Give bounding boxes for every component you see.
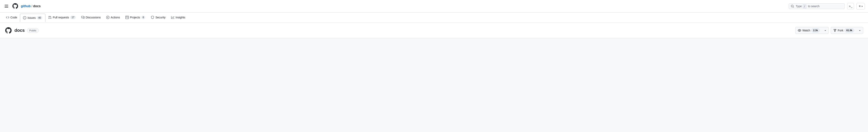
tab-actions[interactable]: Actions	[103, 14, 123, 21]
chevron-down-icon	[824, 29, 827, 32]
tab-actions-label: Actions	[111, 16, 120, 19]
breadcrumb-separator: /	[31, 4, 32, 8]
menu-button[interactable]	[3, 3, 10, 9]
terminal-icon: >_	[849, 5, 852, 8]
tab-insights[interactable]: Insights	[168, 14, 188, 21]
watch-dropdown-button[interactable]	[822, 27, 829, 34]
hamburger-line-3	[5, 7, 8, 8]
new-menu-button[interactable]: + ▾	[857, 3, 865, 10]
tab-code[interactable]: Code	[3, 14, 20, 21]
projects-icon	[125, 16, 129, 19]
tab-discussions-label: Discussions	[86, 16, 101, 19]
top-bar: github / docs Type / to search >_ + ▾	[0, 0, 868, 13]
search-kbd: /	[803, 4, 806, 8]
search-bar[interactable]: Type / to search	[788, 3, 845, 9]
tab-code-label: Code	[10, 16, 17, 19]
repo-actions: Watch 2.3k Fork 61.9k	[795, 27, 863, 34]
repo-name: docs	[14, 28, 25, 33]
repo-logo-icon	[5, 27, 12, 34]
pr-icon	[48, 16, 52, 19]
plus-icon: +	[859, 4, 861, 8]
actions-icon	[106, 16, 110, 19]
tab-insights-label: Insights	[176, 16, 185, 19]
terminal-button[interactable]: >_	[847, 3, 854, 9]
fork-label: Fork	[838, 29, 843, 32]
pr-count-badge: 17	[70, 15, 75, 19]
watch-count: 2.3k	[811, 29, 820, 32]
chevron-down-icon	[858, 29, 861, 32]
fork-count: 61.9k	[844, 29, 854, 32]
repo-nav: Code Issues 40 Pull requests 17	[3, 13, 865, 23]
github-logo-icon	[12, 3, 19, 9]
watch-icon	[798, 29, 801, 32]
tab-pull-requests-label: Pull requests	[53, 16, 69, 19]
tab-issues[interactable]: Issues 40	[20, 13, 45, 22]
repo-info: docs Public	[5, 27, 39, 34]
fork-dropdown-button[interactable]	[857, 27, 863, 34]
watch-button[interactable]: Watch 2.3k	[795, 27, 822, 34]
watch-label: Watch	[802, 29, 810, 32]
hamburger-line-2	[5, 6, 8, 6]
breadcrumb-repo: docs	[33, 4, 40, 8]
fork-icon	[833, 29, 837, 32]
nav-tabs-bar: Code Issues 40 Pull requests 17	[0, 13, 868, 23]
tab-projects-label: Projects	[130, 16, 140, 19]
issues-count-badge: 40	[37, 16, 42, 19]
insights-icon	[171, 16, 174, 19]
issue-icon	[23, 16, 26, 19]
repo-header: docs Public Watch 2.3k	[0, 23, 868, 38]
tab-security-label: Security	[155, 16, 165, 19]
fork-button-group: Fork 61.9k	[831, 27, 863, 34]
tab-issues-label: Issues	[27, 16, 35, 19]
watch-button-group: Watch 2.3k	[795, 27, 829, 34]
code-icon	[6, 16, 9, 19]
search-placeholder-text: Type / to search	[796, 5, 842, 8]
discussions-icon	[81, 16, 85, 19]
chevron-down-icon: ▾	[862, 5, 863, 7]
tab-discussions[interactable]: Discussions	[79, 14, 104, 21]
tab-pull-requests[interactable]: Pull requests 17	[45, 13, 79, 21]
projects-count-badge: 6	[141, 15, 146, 19]
tab-projects[interactable]: Projects 6	[123, 13, 148, 21]
security-icon	[151, 16, 154, 19]
visibility-badge: Public	[27, 28, 38, 33]
breadcrumb-owner[interactable]: github	[21, 4, 31, 8]
tab-security[interactable]: Security	[148, 14, 168, 21]
fork-button[interactable]: Fork 61.9k	[831, 27, 857, 34]
search-icon	[791, 5, 794, 8]
hamburger-line-1	[5, 5, 8, 5]
github-logo-link[interactable]	[12, 3, 19, 10]
breadcrumb: github / docs	[21, 4, 41, 8]
